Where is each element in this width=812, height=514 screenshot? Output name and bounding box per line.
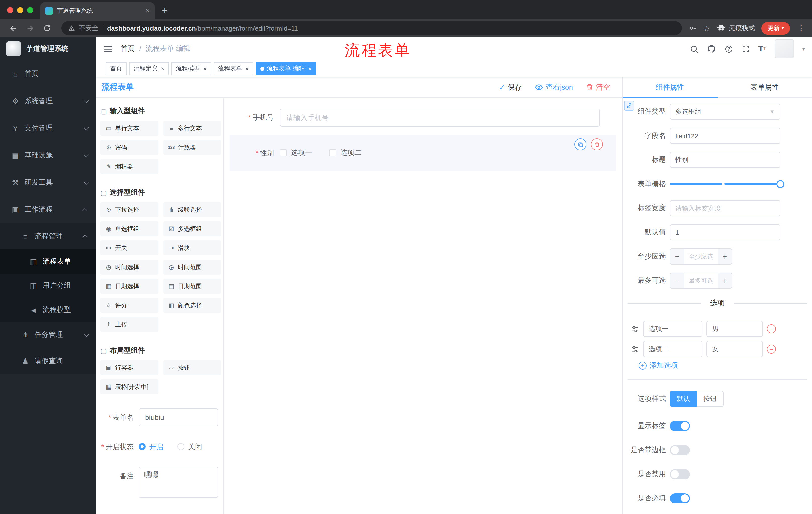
palette-item-color-picker[interactable]: ◧颜色选择 — [163, 298, 221, 313]
show-label-toggle[interactable] — [670, 421, 690, 431]
close-icon[interactable]: × — [161, 65, 164, 72]
palette-item-time-picker[interactable]: ◷时间选择 — [100, 260, 158, 275]
remove-option-icon[interactable]: − — [767, 345, 776, 354]
option-1-value-input[interactable] — [706, 321, 763, 337]
password-key-icon[interactable] — [689, 24, 697, 32]
field-name-input[interactable] — [670, 128, 780, 144]
palette-item-checkbox-group[interactable]: ☑多选框组 — [163, 221, 221, 236]
avatar[interactable] — [775, 39, 794, 58]
palette-item-date-picker[interactable]: ▦日期选择 — [100, 279, 158, 294]
option-1-name-input[interactable] — [643, 321, 702, 337]
forward-icon[interactable] — [23, 21, 37, 35]
plus-icon[interactable]: + — [718, 273, 732, 288]
gender-option-2-checkbox[interactable]: 选项二 — [329, 148, 361, 157]
tab-form-properties[interactable]: 表单属性 — [717, 77, 812, 97]
required-toggle[interactable] — [670, 493, 690, 504]
browser-tab[interactable]: 芋道管理系统 × — [40, 2, 155, 19]
close-icon[interactable]: × — [203, 65, 206, 72]
palette-item-switch[interactable]: ⊶开关 — [100, 240, 158, 255]
chevron-down-icon[interactable]: ▾ — [803, 46, 805, 52]
palette-item-row-container[interactable]: ▣行容器 — [100, 360, 158, 375]
grid-slider[interactable] — [670, 176, 780, 192]
add-option-button[interactable]: + 添加选项 — [626, 361, 812, 370]
security-warning-icon[interactable] — [68, 25, 75, 31]
title-input[interactable] — [670, 152, 780, 168]
status-radio-off[interactable]: 关闭 — [178, 437, 202, 456]
sidebar-item-process-form[interactable]: ▥ 流程表单 — [0, 249, 96, 274]
palette-item-cascader[interactable]: ⋔级联选择 — [163, 202, 221, 217]
palette-item-slider[interactable]: ⊸滑块 — [163, 240, 221, 255]
option-2-value-input[interactable] — [706, 341, 763, 357]
sidebar-item-system[interactable]: ⚙ 系统管理 — [0, 87, 96, 115]
browser-menu-icon[interactable]: ⋮ — [796, 24, 806, 33]
palette-item-date-range[interactable]: ▤日期范围 — [163, 279, 221, 294]
sidebar-logo[interactable]: 芋道管理系统 — [0, 37, 96, 60]
palette-item-radio-group[interactable]: ◉单选框组 — [100, 221, 158, 236]
palette-item-editor[interactable]: ✎编辑器 — [100, 159, 158, 174]
close-icon[interactable]: × — [245, 65, 249, 72]
canvas-field-phone[interactable]: *手机号 — [230, 109, 616, 127]
slider-handle[interactable] — [776, 180, 784, 188]
form-canvas[interactable]: *手机号 — [224, 98, 622, 514]
copy-component-button[interactable] — [574, 138, 586, 151]
style-default-button[interactable]: 默认 — [670, 391, 697, 407]
border-toggle[interactable] — [670, 445, 690, 455]
delete-component-button[interactable] — [591, 138, 603, 151]
save-button[interactable]: ✓ 保存 — [499, 83, 522, 92]
sidebar-item-process-management[interactable]: ≡ 流程管理 — [0, 223, 96, 249]
palette-item-password[interactable]: ⊛密码 — [100, 140, 158, 155]
new-tab-button[interactable]: + — [155, 5, 168, 19]
sidebar-item-infrastructure[interactable]: ▤ 基础设施 — [0, 142, 96, 169]
bookmark-star-icon[interactable]: ☆ — [703, 24, 710, 32]
tag-process-definition[interactable]: 流程定义 × — [129, 62, 169, 75]
min-select-value[interactable]: 至少应选 — [685, 249, 718, 264]
link-icon[interactable] — [624, 101, 634, 111]
remark-textarea[interactable]: 嘿嘿 — [139, 467, 218, 498]
github-icon[interactable] — [707, 44, 716, 53]
sidebar-item-devtools[interactable]: ⚒ 研发工具 — [0, 169, 96, 196]
tag-process-form[interactable]: 流程表单 × — [213, 62, 253, 75]
drag-handle-icon[interactable] — [631, 325, 639, 333]
hamburger-icon[interactable] — [104, 45, 113, 53]
view-json-button[interactable]: 查看json — [535, 83, 573, 92]
minus-icon[interactable]: − — [670, 249, 685, 264]
help-icon[interactable] — [725, 45, 733, 53]
search-icon[interactable] — [690, 45, 698, 53]
minus-icon[interactable]: − — [670, 273, 685, 288]
drag-handle-icon[interactable] — [631, 345, 639, 353]
address-bar[interactable]: 不安全 dashboard.yudao.iocoder.cn/bpm/manag… — [61, 21, 682, 35]
palette-item-rate[interactable]: ☆评分 — [100, 298, 158, 313]
fullscreen-icon[interactable] — [742, 45, 750, 53]
tag-process-form-edit[interactable]: 流程表单-编辑 × — [256, 62, 316, 75]
remove-option-icon[interactable]: − — [767, 324, 776, 333]
palette-item-select[interactable]: ⊙下拉选择 — [100, 202, 158, 217]
breadcrumb-home[interactable]: 首页 — [121, 44, 135, 53]
back-icon[interactable] — [6, 21, 20, 35]
close-tab-icon[interactable]: × — [146, 7, 150, 14]
gender-option-1-checkbox[interactable]: 选项一 — [280, 148, 312, 157]
palette-item-time-range[interactable]: ◶时间范围 — [163, 260, 221, 275]
close-window-button[interactable] — [7, 7, 13, 13]
tab-component-properties[interactable]: 组件属性 — [622, 77, 717, 97]
max-select-value[interactable]: 最多可选 — [685, 273, 718, 288]
palette-item-counter[interactable]: 123计数器 — [163, 140, 221, 155]
palette-item-textarea[interactable]: ≡多行文本 — [163, 121, 221, 136]
tag-process-model[interactable]: 流程模型 × — [171, 62, 211, 75]
disabled-toggle[interactable] — [670, 469, 690, 479]
zoom-window-button[interactable] — [27, 7, 33, 13]
sidebar-item-leave-query[interactable]: ♟ 请假查询 — [0, 348, 96, 374]
component-type-select[interactable]: 多选框组 ▼ — [670, 104, 780, 120]
phone-input[interactable] — [280, 109, 600, 127]
sidebar-item-workflow[interactable]: ▣ 工作流程 — [0, 196, 96, 223]
sidebar-item-task-management[interactable]: ⋔ 任务管理 — [0, 322, 96, 348]
clear-button[interactable]: 清空 — [586, 83, 610, 92]
sidebar-item-process-model[interactable]: ◄ 流程模型 — [0, 298, 96, 322]
option-2-name-input[interactable] — [643, 341, 702, 357]
close-icon[interactable]: × — [308, 65, 312, 72]
canvas-field-gender-selected[interactable]: *性别 选项一 选项二 — [230, 135, 616, 171]
reload-icon[interactable] — [40, 21, 54, 35]
form-name-input[interactable] — [139, 408, 218, 427]
plus-icon[interactable]: + — [718, 249, 732, 264]
font-size-icon[interactable]: TT — [758, 45, 766, 53]
palette-item-upload[interactable]: ↥上传 — [100, 317, 158, 332]
